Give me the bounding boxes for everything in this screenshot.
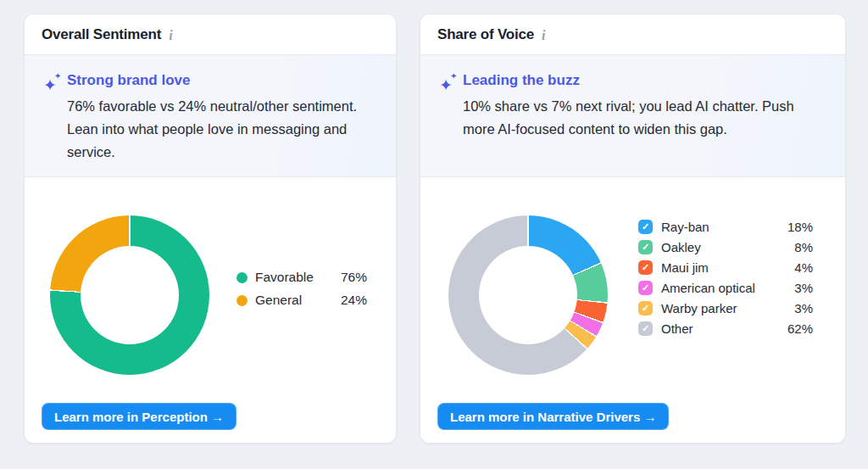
- insight-headline: Strong brand love: [67, 72, 379, 89]
- share-of-voice-card: Share of Voice i ✦ ✦ Leading the buzz 10…: [420, 14, 846, 444]
- card-header: Share of Voice i: [420, 14, 845, 55]
- sparkles-icon: ✦ ✦: [43, 73, 67, 95]
- legend-value: 3%: [794, 301, 813, 315]
- legend-value: 62%: [787, 321, 813, 336]
- legend-checkbox[interactable]: ✓: [638, 240, 653, 254]
- legend-label: Ray-ban: [661, 220, 781, 234]
- legend-item: ✓Ray-ban18%: [638, 220, 813, 234]
- sentiment-donut-chart[interactable]: [50, 215, 209, 375]
- card-title: Share of Voice: [437, 26, 534, 43]
- legend-value: 76%: [341, 270, 367, 285]
- legend-checkbox[interactable]: ✓: [638, 301, 653, 315]
- info-icon[interactable]: i: [169, 27, 172, 42]
- sentiment-legend: Favorable76%General24%: [236, 270, 367, 308]
- legend-checkbox[interactable]: ✓: [638, 220, 653, 234]
- legend-item: ✓American optical3%: [638, 281, 813, 295]
- legend-item: Favorable76%: [236, 270, 367, 285]
- dashboard-canvas: Overall Sentiment i ✦ ✦ Strong brand lov…: [0, 0, 868, 469]
- legend-value: 18%: [787, 220, 813, 234]
- legend-item: ✓Other62%: [638, 321, 813, 336]
- info-icon[interactable]: i: [542, 27, 545, 42]
- ai-insight-panel: ✦ ✦ Leading the buzz 10% share vs 7% nex…: [420, 55, 845, 177]
- learn-more-perception-button[interactable]: Learn more in Perception →: [42, 403, 236, 430]
- legend-label: Maui jim: [661, 260, 787, 275]
- legend-label: General: [255, 293, 334, 308]
- legend-checkbox[interactable]: ✓: [638, 260, 653, 275]
- legend-label: Oakley: [661, 240, 787, 254]
- legend-value: 8%: [794, 240, 813, 254]
- ai-insight-panel: ✦ ✦ Strong brand love 76% favorable vs 2…: [25, 55, 396, 177]
- legend-label: Warby parker: [661, 301, 787, 315]
- share-of-voice-donut-chart[interactable]: [448, 215, 608, 375]
- legend-value: 4%: [794, 260, 813, 275]
- legend-color-dot: [236, 295, 248, 306]
- insight-headline: Leading the buzz: [463, 72, 828, 89]
- legend-item: ✓Maui jim4%: [638, 260, 813, 275]
- share-of-voice-legend: ✓Ray-ban18%✓Oakley8%✓Maui jim4%✓American…: [638, 220, 813, 336]
- card-header: Overall Sentiment i: [25, 14, 396, 55]
- legend-item: General24%: [236, 293, 367, 308]
- legend-value: 24%: [341, 293, 367, 308]
- legend-checkbox[interactable]: ✓: [638, 281, 653, 295]
- legend-color-dot: [236, 272, 248, 283]
- insight-body: 76% favorable vs 24% neutral/other senti…: [67, 95, 365, 164]
- legend-checkbox[interactable]: ✓: [638, 321, 653, 336]
- insight-body: 10% share vs 7% next rival; you lead AI …: [463, 95, 822, 141]
- card-title: Overall Sentiment: [42, 26, 161, 43]
- legend-label: Favorable: [255, 270, 334, 285]
- legend-label: Other: [661, 321, 781, 336]
- legend-label: American optical: [661, 281, 787, 295]
- legend-item: ✓Oakley8%: [638, 240, 813, 254]
- overall-sentiment-card: Overall Sentiment i ✦ ✦ Strong brand lov…: [24, 14, 397, 444]
- legend-item: ✓Warby parker3%: [638, 301, 813, 315]
- sparkles-icon: ✦ ✦: [439, 73, 463, 95]
- learn-more-narrative-drivers-button[interactable]: Learn more in Narrative Drivers →: [437, 403, 669, 430]
- legend-value: 3%: [794, 281, 813, 295]
